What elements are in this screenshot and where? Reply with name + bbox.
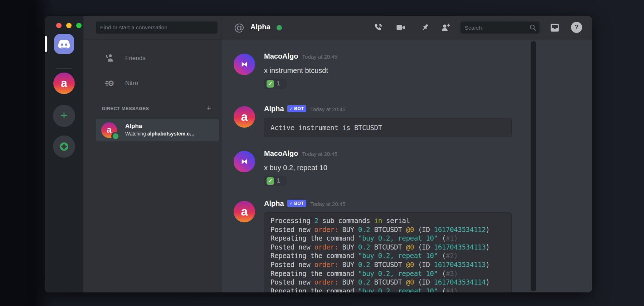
start-voice-call-button[interactable] (373, 23, 383, 33)
help-button[interactable]: ? (571, 22, 582, 33)
discord-logo-icon (58, 39, 70, 49)
macoalgo-logo-icon (239, 59, 250, 70)
message: a Alpha ✓BOT Today at 20:45 Active instr… (234, 104, 512, 137)
macoalgo-avatar[interactable] (234, 151, 255, 172)
server-rail: a + (45, 16, 83, 292)
author-name[interactable]: MacoAlgo (264, 149, 298, 158)
code-line: Posted new order: BUY 0.2 BTCUSDT @0 (ID… (270, 243, 505, 252)
channel-online-dot (277, 25, 282, 30)
chat-header: @ Alpha (222, 16, 592, 39)
code-line: Processing 2 sub commands in serial (270, 216, 505, 225)
reaction-count: 1 (277, 178, 280, 184)
code-line: Repeating the command "buy 0.2, repeat 1… (270, 269, 505, 278)
dm-item-alpha[interactable]: a Alpha Watching alphabotsystem.c… (96, 119, 219, 141)
sidebar-item-nitro[interactable]: Nitro (96, 74, 219, 93)
online-status-dot (111, 132, 120, 140)
chat-search-box (460, 21, 540, 34)
bot-badge: ✓BOT (287, 105, 307, 112)
minimize-window-button[interactable] (66, 23, 72, 28)
dm-section-title: DIRECT MESSAGES (102, 106, 149, 111)
sidebar-item-friends[interactable]: Friends (96, 49, 219, 68)
rail-divider (56, 68, 72, 69)
conversation-search-input[interactable] (96, 21, 218, 34)
sidebar-item-label: Nitro (125, 80, 138, 87)
inbox-button[interactable] (550, 23, 560, 33)
code-line: Repeating the command "buy 0.2, repeat 1… (270, 251, 505, 260)
white-check-mark-emoji-icon: ✓ (267, 80, 274, 88)
message-text: x buy 0.2, repeat 10 (264, 163, 337, 172)
create-dm-button[interactable]: + (206, 104, 211, 112)
alpha-logo-icon: a (107, 125, 111, 134)
timestamp: Today at 20:45 (310, 106, 345, 112)
sidebar-item-label: Friends (125, 55, 146, 62)
add-friend-to-dm-button[interactable] (441, 23, 451, 33)
code-line: Posted new order: BUY 0.2 BTCUSDT @0 (ID… (270, 225, 505, 234)
macoalgo-logo-icon (239, 156, 250, 167)
search-icon (529, 24, 537, 31)
verified-check-icon: ✓ (289, 201, 293, 206)
search-input[interactable] (460, 21, 533, 34)
compass-icon (58, 140, 70, 153)
message: a Alpha ✓BOT Today at 20:45 Processing 2… (234, 199, 512, 292)
code-line: Posted new order: BUY 0.2 BTCUSDT @0 (ID… (270, 260, 505, 269)
question-icon: ? (575, 24, 579, 31)
message-text: x instrument btcusdt (264, 66, 337, 75)
message: MacoAlgo Today at 20:45 x instrument btc… (234, 52, 337, 89)
macoalgo-avatar[interactable] (234, 54, 255, 75)
discord-home-button[interactable] (54, 34, 74, 54)
zoom-window-button[interactable] (76, 23, 82, 28)
reaction-count: 1 (277, 80, 280, 87)
close-window-button[interactable] (56, 23, 62, 28)
code-line: Repeating the command "buy 0.2, repeat 1… (270, 287, 505, 292)
code-block: Active instrument is BTCUSDT (264, 118, 512, 137)
reaction-pill[interactable]: ✓ 1 (264, 176, 287, 186)
timestamp: Today at 20:45 (302, 54, 337, 60)
desktop-background: a + Friends (0, 0, 644, 306)
discord-window: a + Friends (45, 16, 592, 292)
white-check-mark-emoji-icon: ✓ (267, 177, 274, 185)
dm-section-header: DIRECT MESSAGES + (96, 103, 219, 113)
timestamp: Today at 20:45 (302, 151, 337, 157)
channel-name: Alpha (250, 23, 270, 31)
verified-check-icon: ✓ (289, 106, 293, 111)
bot-badge: ✓BOT (287, 200, 307, 207)
code-line: Posted new order: BUY 0.2 BTCUSDT @0 (ID… (270, 278, 505, 287)
add-server-button[interactable]: + (53, 105, 75, 127)
author-name[interactable]: Alpha (264, 105, 284, 113)
selected-server-indicator (45, 36, 47, 52)
nitro-icon (104, 78, 116, 89)
reaction-pill[interactable]: ✓ 1 (264, 79, 287, 89)
start-video-call-button[interactable] (396, 23, 406, 33)
plus-icon: + (60, 109, 68, 121)
alpha-bot-avatar[interactable]: a (234, 106, 255, 128)
pinned-messages-button[interactable] (420, 23, 430, 33)
code-line: Repeating the command "buy 0.2, repeat 1… (270, 234, 505, 243)
channel-sidebar: Friends Nitro DIRECT MESSAGES + a Alpha … (83, 16, 222, 292)
dm-activity: Watching alphabotsystem.c… (125, 131, 195, 137)
sidebar-top-bar (83, 16, 222, 39)
alpha-logo-icon: a (61, 77, 67, 89)
alpha-bot-avatar[interactable]: a (234, 201, 255, 222)
alpha-logo-icon: a (241, 205, 248, 217)
timestamp: Today at 20:45 (310, 201, 345, 207)
chat-scrollbar[interactable] (531, 41, 536, 291)
code-block: Processing 2 sub commands in serialPoste… (264, 212, 512, 292)
message: MacoAlgo Today at 20:45 x buy 0.2, repea… (234, 149, 337, 186)
alpha-bot-rail-avatar[interactable]: a (53, 73, 75, 94)
chat-area: @ Alpha (222, 16, 592, 292)
dm-name: Alpha (125, 123, 142, 130)
at-icon: @ (234, 21, 244, 33)
explore-servers-button[interactable] (53, 135, 75, 158)
author-name[interactable]: Alpha (264, 199, 284, 208)
author-name[interactable]: MacoAlgo (264, 52, 298, 60)
alpha-logo-icon: a (241, 110, 248, 123)
friends-icon (104, 53, 116, 64)
